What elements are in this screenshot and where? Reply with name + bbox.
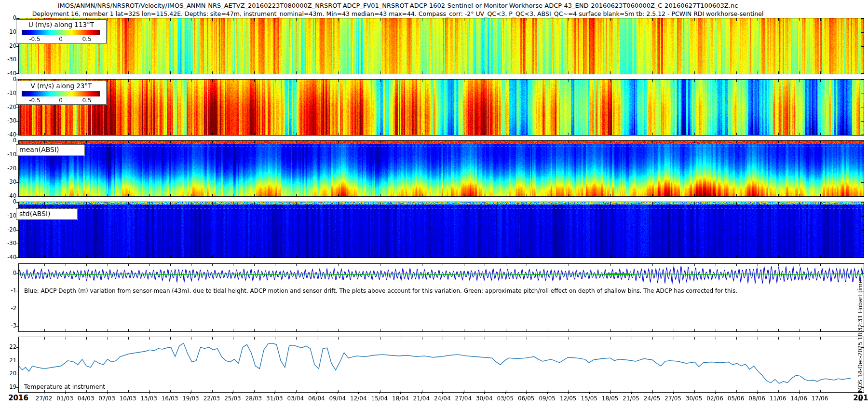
x-tick-mark: [317, 71, 317, 74]
x-tick-mark: [254, 390, 255, 392]
x-tick-mark: [632, 71, 632, 74]
x-tick-mark: [275, 18, 275, 21]
x-tick-mark: [590, 71, 590, 74]
y-tick-mark: [16, 169, 19, 169]
x-tick-mark: [590, 337, 590, 340]
x-tick-mark: [86, 255, 87, 258]
x-tick-mark: [254, 264, 255, 266]
x-tick-mark: [652, 141, 653, 143]
x-tick-mark: [66, 329, 66, 331]
x-tick-mark: [233, 71, 233, 74]
x-tick-mark: [275, 194, 275, 196]
x-tick-mark: [254, 71, 255, 74]
x-tick-mark: [694, 390, 695, 392]
y-tick-mark: [16, 108, 19, 108]
x-axis-tick-mark: [358, 392, 359, 394]
y-tick-label: 0: [0, 76, 16, 82]
x-tick-mark: [254, 133, 255, 135]
x-tick-mark: [610, 18, 611, 21]
x-axis-tick-mark: [86, 392, 86, 394]
x-axis-tick-mark: [505, 392, 506, 394]
x-tick-mark: [317, 337, 317, 340]
x-tick-mark: [44, 71, 45, 74]
x-tick-mark: [317, 18, 317, 21]
x-tick-mark: [212, 255, 213, 258]
x-tick-mark: [652, 194, 653, 196]
x-tick-mark: [66, 255, 66, 258]
x-tick-mark: [254, 18, 255, 21]
x-tick-mark: [317, 80, 317, 82]
x-tick-mark: [338, 337, 339, 340]
x-tick-mark: [296, 18, 297, 21]
v-colorbar-tick: 0: [59, 97, 63, 104]
x-tick-mark: [820, 141, 821, 143]
x-tick-mark: [212, 337, 213, 340]
x-tick-mark: [212, 202, 213, 205]
x-tick-mark: [694, 71, 695, 74]
x-tick-mark: [590, 390, 590, 392]
x-tick-mark: [401, 71, 401, 74]
y-tick-mark: [16, 326, 19, 327]
x-tick-mark: [44, 264, 45, 266]
x-tick-mark: [778, 141, 779, 143]
x-tick-mark: [610, 80, 611, 82]
x-tick-mark: [275, 390, 275, 392]
x-tick-mark: [716, 133, 716, 135]
x-axis-tick-mark: [610, 392, 610, 394]
y-tick-mark: [861, 141, 864, 141]
x-tick-mark: [401, 255, 401, 258]
u-colorbar-legend: U (m/s) along 113°T -0.5 0 0.5: [16, 19, 107, 43]
x-tick-mark: [464, 390, 464, 392]
x-tick-mark: [632, 264, 632, 266]
x-tick-mark: [548, 255, 548, 258]
x-axis-tick-mark: [547, 392, 548, 394]
x-tick-mark: [632, 133, 632, 135]
figure-title: IMOS/ANMN/NRS/NRSROT/Velocity/IMOS_ANMN-…: [0, 2, 796, 9]
x-tick-mark: [778, 337, 779, 340]
x-tick-mark: [108, 255, 108, 258]
depth-variation-line-canvas: [19, 264, 864, 331]
x-axis-tick-mark: [778, 392, 778, 394]
x-tick-mark: [275, 264, 275, 266]
x-tick-mark: [380, 337, 380, 340]
x-tick-mark: [380, 390, 380, 392]
y-tick-mark: [16, 196, 19, 196]
adcp-velocity-figure: IMOS/ANMN/NRS/NRSROT/Velocity/IMOS_ANMN-…: [0, 0, 868, 410]
x-tick-mark: [359, 337, 359, 340]
x-tick-mark: [694, 141, 695, 143]
x-tick-mark: [317, 202, 317, 205]
x-tick-mark: [569, 18, 569, 21]
u-colorbar-tick: 0: [59, 36, 63, 42]
x-tick-mark: [149, 194, 150, 196]
x-tick-mark: [758, 194, 758, 196]
x-tick-mark: [758, 390, 758, 392]
x-axis-tick-mark: [254, 392, 254, 394]
x-tick-mark: [632, 255, 632, 258]
y-tick-label: -20: [0, 165, 16, 172]
x-tick-mark: [548, 329, 548, 331]
x-tick-mark: [590, 18, 590, 21]
x-tick-mark: [86, 71, 87, 74]
x-tick-mark: [485, 337, 485, 340]
x-tick-mark: [464, 194, 464, 196]
x-tick-mark: [296, 141, 297, 143]
x-tick-mark: [128, 390, 129, 392]
x-tick-mark: [778, 329, 779, 331]
std-absi-heatmap-canvas: [19, 202, 864, 258]
x-tick-mark: [338, 202, 339, 205]
x-tick-mark: [590, 264, 590, 266]
x-tick-mark: [233, 18, 233, 21]
x-tick-mark: [317, 194, 317, 196]
x-tick-mark: [317, 133, 317, 135]
x-axis-tick-mark: [316, 392, 317, 394]
x-tick-mark: [778, 80, 779, 82]
x-tick-mark: [170, 194, 171, 196]
x-tick-mark: [800, 390, 800, 392]
x-tick-mark: [317, 329, 317, 331]
x-tick-mark: [694, 18, 695, 21]
x-tick-mark: [736, 390, 737, 392]
x-tick-mark: [338, 329, 339, 331]
x-tick-mark: [191, 390, 191, 392]
x-axis-tick-mark: [400, 392, 401, 394]
x-tick-mark: [778, 255, 779, 258]
